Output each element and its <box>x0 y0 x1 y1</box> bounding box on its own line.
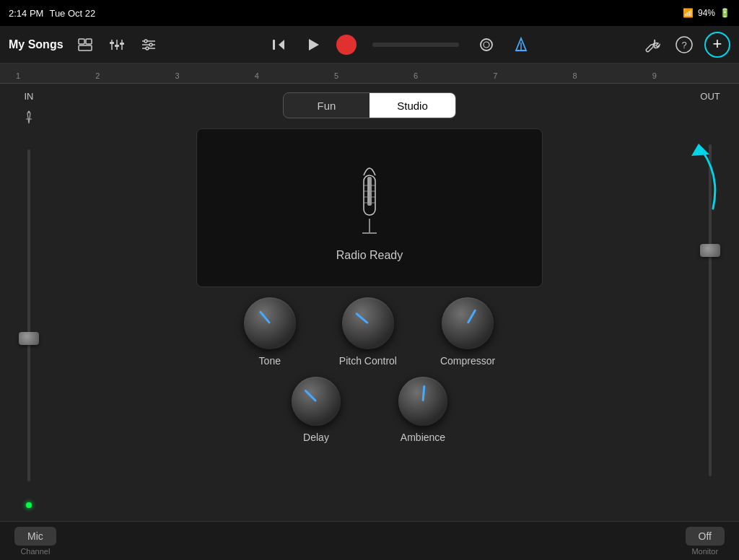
monitor-item: Off Monitor <box>686 527 725 556</box>
out-slider-track <box>709 144 712 476</box>
ruler-mark-1: 1 <box>16 71 95 80</box>
loop-button[interactable] <box>475 33 498 56</box>
monitor-label: Monitor <box>691 547 718 556</box>
metronome-button[interactable] <box>510 33 533 56</box>
svg-rect-1 <box>86 39 92 44</box>
rewind-button[interactable] <box>267 33 290 56</box>
svg-rect-0 <box>79 39 84 44</box>
delay-knob[interactable] <box>292 377 341 426</box>
tone-knob-item: Tone <box>244 297 296 367</box>
battery-percent: 94% <box>698 8 715 18</box>
compressor-label: Compressor <box>440 355 495 367</box>
status-right: 📶 94% 🔋 <box>683 8 730 18</box>
in-slider-track <box>27 149 30 481</box>
out-label: OUT <box>700 91 720 102</box>
help-button[interactable]: ? <box>673 33 696 56</box>
pitch-knob-item: Pitch Control <box>339 297 397 367</box>
svg-rect-6 <box>110 42 114 44</box>
svg-point-12 <box>144 40 147 43</box>
ruler-mark-8: 8 <box>573 71 652 80</box>
compressor-knob[interactable] <box>442 297 494 349</box>
ruler-mark-6: 6 <box>414 71 493 80</box>
mode-toggle[interactable]: Fun Studio <box>283 92 456 118</box>
tone-knob[interactable] <box>244 297 296 349</box>
toolbar: My Songs <box>0 26 739 64</box>
fun-mode-button[interactable]: Fun <box>284 93 370 118</box>
out-panel: OUT <box>681 84 739 521</box>
ruler: 1 2 3 4 5 6 7 8 9 <box>0 64 739 84</box>
date: Tue Oct 22 <box>49 8 95 19</box>
wrench-icon[interactable] <box>641 33 664 56</box>
ambience-knob[interactable] <box>398 377 447 426</box>
pitch-control-label: Pitch Control <box>339 355 397 367</box>
status-bar: 2:14 PM Tue Oct 22 📶 94% 🔋 <box>0 0 739 26</box>
knobs-row-1: Tone Pitch Control Compressor <box>244 297 495 367</box>
play-button[interactable] <box>302 33 325 56</box>
svg-point-14 <box>146 47 149 50</box>
svg-text:?: ? <box>681 40 686 51</box>
in-panel: IN <box>0 84 58 521</box>
wifi-icon: 📶 <box>683 8 694 18</box>
delay-label: Delay <box>303 432 329 443</box>
svg-rect-16 <box>273 40 275 50</box>
svg-point-19 <box>484 42 489 48</box>
ruler-mark-5: 5 <box>334 71 414 80</box>
preset-name: Radio Ready <box>336 249 403 262</box>
arrange-icon[interactable] <box>75 37 95 53</box>
svg-rect-33 <box>367 177 372 206</box>
plus-icon: + <box>713 36 722 52</box>
ruler-mark-7: 7 <box>493 71 572 80</box>
record-button[interactable] <box>336 35 357 55</box>
out-slider-thumb[interactable] <box>700 244 720 257</box>
my-songs-button[interactable]: My Songs <box>9 38 64 51</box>
knobs-row-2: Delay Ambience <box>292 377 447 443</box>
toolbar-center <box>267 33 533 56</box>
ruler-marks: 1 2 3 4 5 6 7 8 9 <box>0 71 739 80</box>
svg-point-13 <box>149 43 152 46</box>
delay-knob-item: Delay <box>292 377 341 443</box>
toolbar-left: My Songs <box>9 37 159 53</box>
ruler-mark-4: 4 <box>255 71 334 80</box>
in-slider-thumb[interactable] <box>19 332 39 345</box>
pitch-control-knob[interactable] <box>342 297 394 349</box>
mic-input-icon[interactable] <box>22 110 36 128</box>
main-area: IN Fun Studio <box>0 84 739 521</box>
add-track-button[interactable]: + <box>704 32 730 58</box>
channel-button[interactable]: Mic <box>14 527 56 546</box>
ruler-mark-9: 9 <box>652 71 732 80</box>
mixer-icon[interactable] <box>107 37 127 53</box>
toolbar-right: ? + <box>641 32 730 58</box>
svg-point-24 <box>28 111 30 113</box>
bottom-bar: Mic Channel Off Monitor <box>0 521 739 560</box>
channel-label: Channel <box>20 547 50 556</box>
svg-rect-8 <box>120 43 124 45</box>
channel-item: Mic Channel <box>14 527 56 556</box>
svg-marker-15 <box>279 40 284 50</box>
svg-point-18 <box>481 39 492 51</box>
timeline-bar <box>372 43 459 47</box>
studio-mode-button[interactable]: Studio <box>370 93 455 118</box>
ruler-mark-2: 2 <box>95 71 175 80</box>
input-led <box>26 502 32 508</box>
mic-visual <box>348 154 391 240</box>
mic-display: Radio Ready <box>196 128 543 287</box>
svg-marker-17 <box>309 39 319 51</box>
ruler-mark-3: 3 <box>175 71 254 80</box>
in-label: IN <box>25 91 34 102</box>
ambience-knob-item: Ambience <box>398 377 447 443</box>
status-left: 2:14 PM Tue Oct 22 <box>9 8 95 19</box>
svg-rect-2 <box>79 45 92 51</box>
battery-icon: 🔋 <box>720 8 730 18</box>
ambience-label: Ambience <box>401 432 445 443</box>
monitor-button[interactable]: Off <box>686 527 725 546</box>
settings-icon[interactable] <box>139 37 159 53</box>
center-panel: Fun Studio Rad <box>58 84 681 521</box>
time: 2:14 PM <box>9 8 43 19</box>
compressor-knob-item: Compressor <box>440 297 495 367</box>
svg-rect-7 <box>115 45 119 47</box>
tone-label: Tone <box>259 355 281 367</box>
